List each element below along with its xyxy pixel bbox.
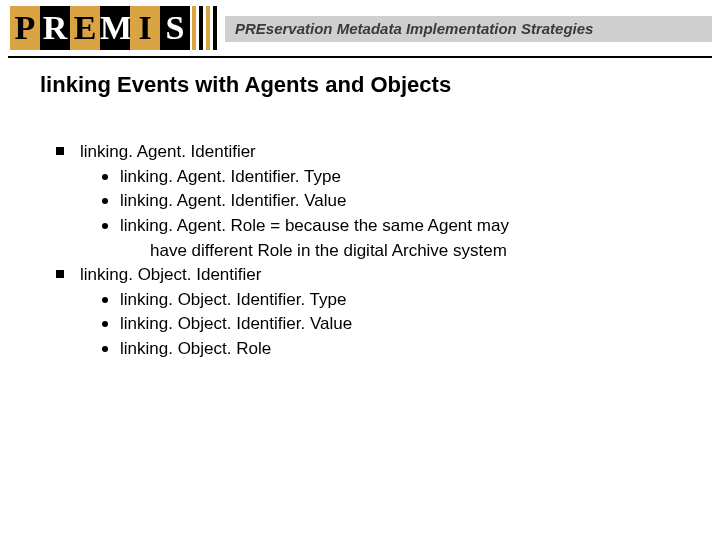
- bullet-level1: linking. Agent. Identifier linking. Agen…: [52, 140, 680, 263]
- bullet-level2: linking. Object. Identifier. Type: [98, 288, 680, 313]
- bullet-text: linking. Object. Identifier. Type: [120, 290, 346, 309]
- bullet-text: linking. Agent. Identifier: [80, 142, 256, 161]
- premis-logo: P R E M I S: [10, 6, 220, 50]
- bullet-text: linking. Agent. Identifier. Value: [120, 191, 347, 210]
- bullet-level2: linking. Object. Identifier. Value: [98, 312, 680, 337]
- bullet-text-continuation: have different Role in the digital Archi…: [120, 239, 680, 264]
- tagline: PREservation Metadata Implementation Str…: [225, 16, 712, 42]
- slide-title: linking Events with Agents and Objects: [40, 72, 451, 98]
- bullet-level2: linking. Object. Role: [98, 337, 680, 362]
- bullet-level2: linking. Agent. Identifier. Value: [98, 189, 680, 214]
- bullet-level1: linking. Object. Identifier linking. Obj…: [52, 263, 680, 362]
- header: P R E M I S PREservation Metadata Implem…: [0, 0, 720, 56]
- logo-letter: P: [10, 6, 40, 50]
- logo-letter: I: [130, 6, 160, 50]
- slide: P R E M I S PREservation Metadata Implem…: [0, 0, 720, 540]
- bullet-text: linking. Object. Identifier: [80, 265, 261, 284]
- logo-letter: S: [160, 6, 190, 50]
- bullet-text: linking. Agent. Identifier. Type: [120, 167, 341, 186]
- divider: [8, 56, 712, 58]
- logo-bars-icon: [192, 6, 220, 50]
- logo-letter: R: [40, 6, 70, 50]
- bullet-level2: linking. Agent. Identifier. Type: [98, 165, 680, 190]
- bullet-text: linking. Object. Identifier. Value: [120, 314, 352, 333]
- logo-letters: P R E M I S: [10, 6, 190, 50]
- bullet-text: linking. Object. Role: [120, 339, 271, 358]
- logo-letter: M: [100, 6, 130, 50]
- bullet-level2: linking. Agent. Role = because the same …: [98, 214, 680, 263]
- logo-letter: E: [70, 6, 100, 50]
- bullet-text: linking. Agent. Role = because the same …: [120, 216, 509, 235]
- content: linking. Agent. Identifier linking. Agen…: [52, 140, 680, 362]
